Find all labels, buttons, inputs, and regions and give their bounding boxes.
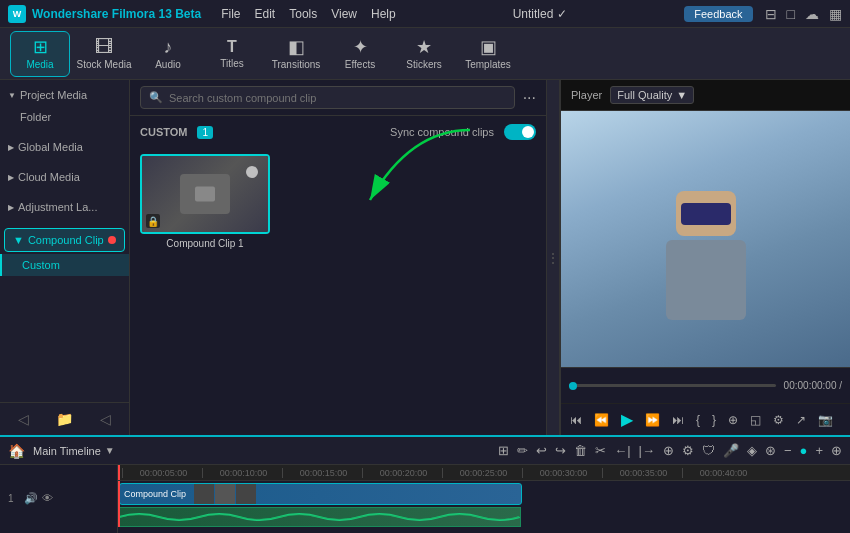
toolbar-templates[interactable]: ▣ Templates — [458, 31, 518, 77]
player-label: Player — [571, 89, 602, 101]
content-header: 🔍 ··· — [130, 80, 546, 116]
ruler-mark-4: 00:00:25:00 — [442, 468, 522, 478]
toolbar-audio-label: Audio — [155, 59, 181, 70]
rewind-button[interactable]: ⏪ — [591, 411, 612, 429]
toolbar-audio[interactable]: ♪ Audio — [138, 31, 198, 77]
clip-item[interactable]: 🔒 Compound Clip 1 — [140, 154, 270, 249]
edit-tool-icon[interactable]: ✏ — [517, 443, 528, 458]
fit-icon[interactable]: ⊕ — [831, 443, 842, 458]
cut-icon[interactable]: ✂ — [595, 443, 606, 458]
toolbar-transitions[interactable]: ◧ Transitions — [266, 31, 326, 77]
add-marker-button[interactable]: ⊕ — [725, 411, 741, 429]
timeline-header-tools: ⊞ ✏ ↩ ↪ 🗑 ✂ ←| |→ ⊕ ⚙ 🛡 🎤 ◈ ⊛ − ● + ⊕ — [498, 443, 842, 458]
sidebar-custom[interactable]: Custom — [0, 254, 129, 276]
toolbar: ⊞ Media 🎞 Stock Media ♪ Audio T Titles ◧… — [0, 28, 850, 80]
preview-progress-bar[interactable] — [569, 384, 776, 387]
content-panel: 🔍 ··· CUSTOM 1 Sync compound clips — [130, 80, 546, 435]
preview-panel: Player Full Quality ▼ — [560, 80, 850, 435]
mark-in-button[interactable]: { — [693, 411, 703, 429]
toolbar-transitions-label: Transitions — [272, 59, 321, 70]
mark-out-button[interactable]: } — [709, 411, 719, 429]
sidebar-collapse-icon[interactable]: ◁ — [100, 411, 111, 427]
redo-icon[interactable]: ↪ — [555, 443, 566, 458]
timeline-dropdown-icon[interactable]: ▼ — [105, 445, 115, 456]
next-frame-button[interactable]: ⏭ — [669, 411, 687, 429]
track-speaker-icon[interactable]: 🔊 — [24, 492, 38, 505]
maximize-icon[interactable]: □ — [787, 6, 795, 22]
preview-vr-headset — [681, 203, 731, 225]
mic-icon[interactable]: 🎤 — [723, 443, 739, 458]
prev-frame-button[interactable]: ⏮ — [567, 411, 585, 429]
more-tools-icon[interactable]: ⊕ — [663, 443, 674, 458]
settings-icon[interactable]: ⚙ — [682, 443, 694, 458]
sidebar-global-media-header[interactable]: ▶ Global Media — [0, 136, 129, 158]
ruler-mark-6: 00:00:35:00 — [602, 468, 682, 478]
trim-left-icon[interactable]: ←| — [614, 443, 630, 458]
app-icon: W — [8, 5, 26, 23]
timeline-home-icon[interactable]: 🏠 — [8, 443, 25, 459]
waveform-svg — [119, 508, 520, 526]
arrow-right-icon3: ▶ — [8, 203, 14, 212]
video-track-playhead — [118, 481, 120, 507]
menu-help[interactable]: Help — [371, 7, 396, 21]
clip-person-shape — [180, 174, 230, 214]
grid-icon[interactable]: ▦ — [829, 6, 842, 22]
toolbar-stickers[interactable]: ★ Stickers — [394, 31, 454, 77]
zoom-out-icon[interactable]: − — [784, 443, 792, 458]
trim-right-icon[interactable]: |→ — [639, 443, 655, 458]
minimize-icon[interactable]: ⊟ — [765, 6, 777, 22]
sidebar-section-adjustment: ▶ Adjustment La... — [0, 192, 129, 222]
quality-select[interactable]: Full Quality ▼ — [610, 86, 694, 104]
toolbar-titles[interactable]: T Titles — [202, 31, 262, 77]
preview-controls: 00:00:00:00 / — [561, 367, 850, 403]
ruler-mark-1: 00:00:10:00 — [202, 468, 282, 478]
toolbar-media[interactable]: ⊞ Media — [10, 31, 70, 77]
zoom-slider[interactable]: ● — [800, 443, 808, 458]
sidebar-cloud-media-header[interactable]: ▶ Cloud Media — [0, 166, 129, 188]
feedback-button[interactable]: Feedback — [684, 6, 752, 22]
sidebar-project-media-header[interactable]: ▼ Project Media — [0, 84, 129, 106]
arrow-right-icon: ▶ — [8, 143, 14, 152]
more-options-button[interactable]: ··· — [523, 89, 536, 107]
multi-cam-icon[interactable]: ⊞ — [498, 443, 509, 458]
toolbar-media-label: Media — [26, 59, 53, 70]
resize-icon: ⋮ — [546, 250, 560, 266]
sidebar-folder[interactable]: Folder — [0, 106, 129, 128]
sync-toggle[interactable] — [504, 124, 536, 140]
time-ruler: 00:00:05:00 00:00:10:00 00:00:15:00 00:0… — [118, 465, 850, 481]
resize-handle[interactable]: ⋮ — [546, 80, 560, 435]
sidebar-icon-folder[interactable]: 📁 — [56, 411, 73, 427]
compound-clip-block-label: Compound Clip — [120, 489, 190, 499]
playhead[interactable] — [118, 465, 120, 480]
sidebar-icon-left[interactable]: ◁ — [18, 411, 29, 427]
play-button[interactable]: ▶ — [618, 408, 636, 431]
toolbar-stock-media[interactable]: 🎞 Stock Media — [74, 31, 134, 77]
split-audio-icon[interactable]: ◈ — [747, 443, 757, 458]
timeline-panel: 🏠 Main Timeline ▼ ⊞ ✏ ↩ ↪ 🗑 ✂ ←| |→ ⊕ ⚙ … — [0, 435, 850, 533]
crop-button[interactable]: ◱ — [747, 411, 764, 429]
compound-clip-block[interactable]: Compound Clip — [119, 483, 522, 505]
fullscreen-button[interactable]: ↗ — [793, 411, 809, 429]
toolbar-effects[interactable]: ✦ Effects — [330, 31, 390, 77]
ruler-mark-0: 00:00:05:00 — [122, 468, 202, 478]
zoom-in-icon[interactable]: + — [815, 443, 823, 458]
undo-icon[interactable]: ↩ — [536, 443, 547, 458]
menu-file[interactable]: File — [221, 7, 240, 21]
arrow-down-icon2: ▼ — [13, 234, 24, 246]
sidebar-compound-clip-header[interactable]: ▼ Compound Clip — [4, 228, 125, 252]
cloud-icon[interactable]: ☁ — [805, 6, 819, 22]
topbar: W Wondershare Filmora 13 Beta File Edit … — [0, 0, 850, 28]
menu-tools[interactable]: Tools — [289, 7, 317, 21]
settings-button[interactable]: ⚙ — [770, 411, 787, 429]
search-input[interactable] — [169, 92, 506, 104]
snapshot-button[interactable]: 📷 — [815, 411, 836, 429]
menu-view[interactable]: View — [331, 7, 357, 21]
shield-icon[interactable]: 🛡 — [702, 443, 715, 458]
ruler-spacer — [4, 467, 113, 483]
track-eye-icon[interactable]: 👁 — [42, 492, 53, 505]
delete-icon[interactable]: 🗑 — [574, 443, 587, 458]
menu-edit[interactable]: Edit — [255, 7, 276, 21]
sidebar-adjustment-header[interactable]: ▶ Adjustment La... — [0, 196, 129, 218]
speed-icon[interactable]: ⊛ — [765, 443, 776, 458]
forward-button[interactable]: ⏩ — [642, 411, 663, 429]
